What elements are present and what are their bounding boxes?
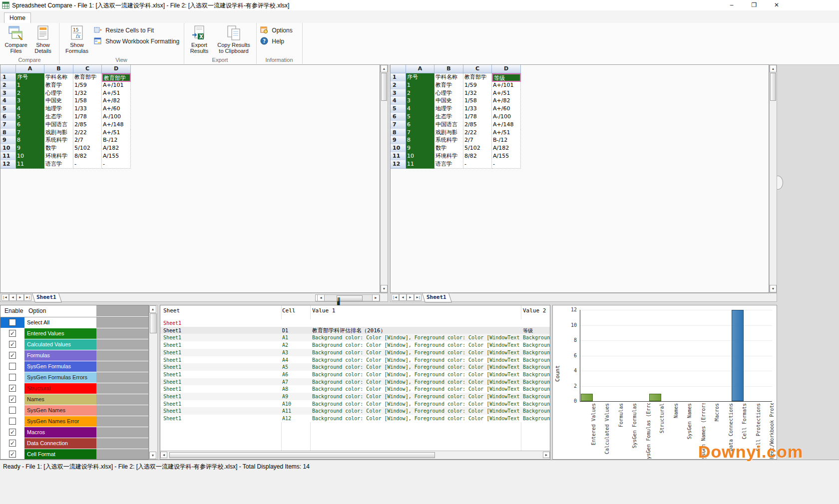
right-cell-D6[interactable]: A-/100 — [492, 113, 521, 121]
scroll-down-icon[interactable]: ▼ — [381, 285, 388, 292]
left-cell-B10[interactable]: 数学 — [44, 144, 73, 153]
right-cell-D12[interactable]: - — [492, 160, 521, 169]
left-cell-D10[interactable]: A/182 — [102, 144, 131, 153]
option-row-formulas[interactable]: ✓Formulas — [0, 350, 148, 362]
right-cell-B8[interactable]: 戏剧与影 — [434, 129, 463, 137]
sheet-nav-first-icon[interactable]: |◄ — [1, 294, 9, 301]
left-cell-A10[interactable]: 9 — [16, 144, 44, 153]
right-cell-A12[interactable]: 11 — [406, 160, 434, 169]
right-cell-A8[interactable]: 7 — [406, 129, 434, 137]
left-cell-C8[interactable]: 2/22 — [73, 129, 102, 137]
checkbox-unchecked-icon[interactable] — [9, 319, 16, 326]
minimize-button[interactable]: – — [724, 0, 739, 9]
left-cell-D9[interactable]: B-/12 — [102, 136, 131, 145]
right-cell-A5[interactable]: 4 — [406, 105, 434, 113]
right-cell-B9[interactable]: 系统科学 — [434, 136, 463, 145]
right-row-header[interactable]: 1 — [391, 73, 406, 82]
left-cell-A1[interactable]: 序号 — [16, 73, 44, 82]
scroll-left-icon[interactable]: ◄ — [318, 295, 325, 301]
help-button[interactable]: ? Help — [260, 37, 284, 47]
left-cell-A2[interactable]: 1 — [16, 81, 44, 90]
right-cell-D1[interactable]: 等级 — [492, 73, 521, 82]
right-cell-C5[interactable]: 1/33 — [463, 105, 492, 113]
right-cell-A9[interactable]: 8 — [406, 136, 434, 145]
left-cell-B7[interactable]: 中国语言 — [44, 121, 73, 129]
left-cell-B4[interactable]: 中国史 — [44, 97, 73, 105]
left-cell-D2[interactable]: A+/101 — [102, 81, 131, 90]
sheet-nav-prev-icon[interactable]: ◄ — [9, 294, 16, 301]
right-cell-B1[interactable]: 学科名称 — [434, 73, 463, 82]
checkbox-checked-icon[interactable]: ✓ — [9, 451, 16, 458]
right-cell-B2[interactable]: 教育学 — [434, 81, 463, 90]
sheet-nav-next-icon[interactable]: ► — [16, 294, 24, 301]
left-cell-A5[interactable]: 4 — [16, 105, 44, 113]
chart-bar-entered-values[interactable] — [581, 394, 593, 401]
left-col-header-A[interactable]: A — [16, 65, 44, 73]
left-cell-C5[interactable]: 1/33 — [73, 105, 102, 113]
right-col-header-B[interactable]: B — [434, 65, 463, 73]
right-cell-B12[interactable]: 语言学 — [434, 160, 463, 169]
left-cell-D8[interactable]: A+/51 — [102, 129, 131, 137]
left-cell-B1[interactable]: 学科名称 — [44, 73, 73, 82]
sheet-nav-prev-icon[interactable]: ◄ — [399, 294, 407, 301]
right-row-header[interactable]: 11 — [391, 152, 406, 161]
left-cell-C4[interactable]: 1/58 — [73, 97, 102, 105]
options-scrollbar-thumb[interactable] — [150, 313, 157, 333]
results-row[interactable]: Sheet1A1Background color: Color [Window]… — [160, 334, 550, 341]
left-row-header[interactable]: 5 — [0, 105, 16, 113]
left-row-header[interactable]: 2 — [0, 81, 16, 90]
scroll-left-icon[interactable]: ◄ — [160, 452, 167, 458]
results-row[interactable]: Sheet1A8Background color: Color [Window]… — [160, 385, 550, 393]
left-cell-D4[interactable]: A+/82 — [102, 97, 131, 105]
left-row-header[interactable]: 3 — [0, 89, 16, 98]
option-row-select-all[interactable]: Select All — [0, 317, 148, 329]
option-row-sysgen-names-error[interactable]: SysGen Names Error — [0, 416, 148, 428]
right-cell-C3[interactable]: 1/32 — [463, 89, 492, 98]
right-cell-A11[interactable]: 10 — [406, 152, 434, 161]
right-cell-A3[interactable]: 2 — [406, 89, 434, 98]
left-cell-C11[interactable]: 8/82 — [73, 152, 102, 161]
left-cell-B6[interactable]: 生态学 — [44, 113, 73, 121]
left-cell-B2[interactable]: 教育学 — [44, 81, 73, 90]
options-scrollbar[interactable]: ▲ ▼ — [149, 305, 158, 460]
close-button[interactable]: ✕ — [769, 0, 784, 9]
left-cell-A4[interactable]: 3 — [16, 97, 44, 105]
sheet-nav-last-icon[interactable]: ►| — [414, 294, 421, 301]
right-col-header-C[interactable]: C — [463, 65, 492, 73]
right-cell-C10[interactable]: 5/102 — [463, 144, 492, 153]
results-row[interactable]: Sheet1A9Background color: Color [Window]… — [160, 393, 550, 400]
left-cell-A12[interactable]: 11 — [16, 160, 44, 169]
left-cell-A7[interactable]: 6 — [16, 121, 44, 129]
left-sheet-tab-label[interactable]: Sheet1 — [36, 294, 56, 300]
right-cell-C6[interactable]: 1/78 — [463, 113, 492, 121]
checkbox-unchecked-icon[interactable] — [9, 418, 16, 425]
right-cell-A7[interactable]: 6 — [406, 121, 434, 129]
left-cell-C10[interactable]: 5/102 — [73, 144, 102, 153]
results-row[interactable]: Sheet1A4Background color: Color [Window]… — [160, 356, 550, 364]
left-row-header[interactable]: 8 — [0, 129, 16, 137]
left-row-header[interactable]: 7 — [0, 121, 16, 129]
right-cell-D8[interactable]: A+/51 — [492, 129, 521, 137]
left-cell-B11[interactable]: 环境科学 — [44, 152, 73, 161]
right-cell-B10[interactable]: 数学 — [434, 144, 463, 153]
right-row-header[interactable]: 4 — [391, 97, 406, 105]
checkbox-checked-icon[interactable]: ✓ — [9, 352, 16, 359]
option-row-sysgen-names[interactable]: SysGen Names — [0, 405, 148, 417]
right-cell-C4[interactable]: 1/58 — [463, 97, 492, 105]
sheet-nav-first-icon[interactable]: |◄ — [392, 294, 399, 301]
results-header-value-2[interactable]: Value 2 — [523, 307, 546, 315]
right-v-scrollbar[interactable]: ▲▼ — [769, 64, 777, 293]
scroll-down-icon[interactable]: ▼ — [149, 452, 156, 459]
right-cell-D4[interactable]: A+/82 — [492, 97, 521, 105]
chart-bar-structural[interactable] — [649, 394, 661, 401]
show-formulas-button[interactable]: 15 fx Show Formulas — [64, 24, 90, 55]
checkbox-unchecked-icon[interactable] — [9, 407, 16, 414]
left-cell-D11[interactable]: A/155 — [102, 152, 131, 161]
right-row-header[interactable]: 8 — [391, 129, 406, 137]
results-row[interactable]: Sheet1A12Background color: Color [Window… — [160, 415, 550, 422]
right-h-scrollbar[interactable]: ◄►∥ — [317, 294, 380, 301]
checkbox-checked-icon[interactable]: ✓ — [9, 440, 16, 447]
right-cell-C1[interactable]: 教育部学 — [463, 73, 492, 82]
left-cell-A8[interactable]: 7 — [16, 129, 44, 137]
right-row-header[interactable]: 3 — [391, 89, 406, 98]
